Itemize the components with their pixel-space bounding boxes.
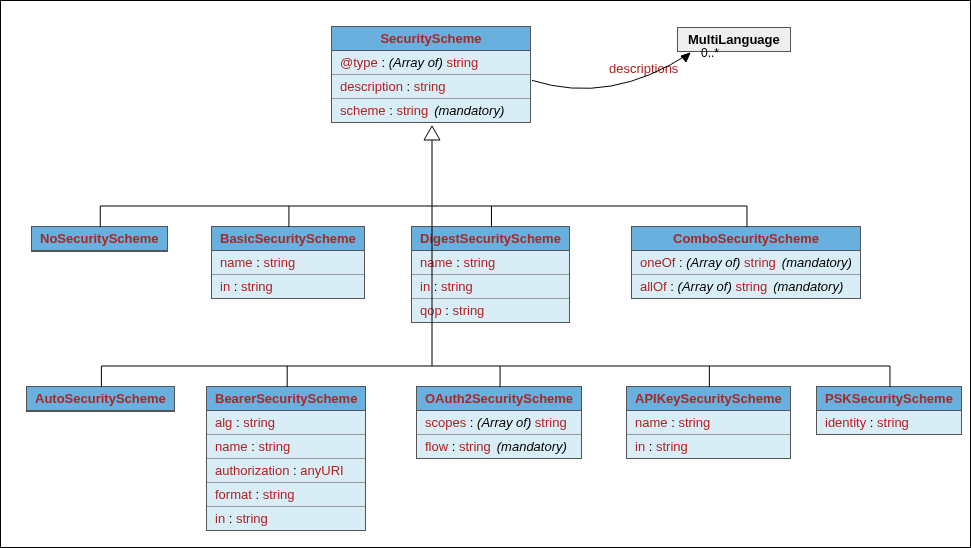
class-combo-security-scheme: ComboSecuritySchemeoneOf : (Array of) st…	[631, 226, 861, 299]
class-title: DigestSecurityScheme	[412, 227, 569, 251]
attr-type: anyURI	[300, 463, 343, 478]
diagram-canvas: SecurityScheme @type : (Array of) string…	[0, 0, 971, 548]
attr-type: string	[446, 55, 478, 70]
class-apikey-security-scheme: APIKeySecuritySchemename : stringin : st…	[626, 386, 791, 459]
class-title: ComboSecurityScheme	[632, 227, 860, 251]
attr-type: string	[744, 255, 776, 270]
attr-type: string	[236, 511, 268, 526]
attr-name: name	[215, 439, 248, 454]
attr-name: name	[420, 255, 453, 270]
attr-type: string	[263, 255, 295, 270]
attr-name: scopes	[425, 415, 466, 430]
attr-name: description	[340, 79, 403, 94]
class-psk-security-scheme: PSKSecuritySchemeidentity : string	[816, 386, 962, 435]
attr-name: allOf	[640, 279, 667, 294]
attribute-row: identity : string	[817, 411, 961, 434]
attribute-row: name : string	[212, 251, 364, 275]
attr-name: format	[215, 487, 252, 502]
attribute-row: in : string	[412, 275, 569, 299]
attribute-row: description : string	[332, 75, 530, 99]
attribute-row: format : string	[207, 483, 365, 507]
class-title: BasicSecurityScheme	[212, 227, 364, 251]
class-title: MultiLanguage	[688, 32, 780, 47]
attribute-row: name : string	[412, 251, 569, 275]
class-title: APIKeySecurityScheme	[627, 387, 790, 411]
attr-type: string	[735, 279, 767, 294]
attr-type: string	[678, 415, 710, 430]
attr-name: name	[635, 415, 668, 430]
attr-name: @type	[340, 55, 378, 70]
attr-type: string	[441, 279, 473, 294]
attribute-row: flow : string(mandatory)	[417, 435, 581, 458]
attr-name: in	[220, 279, 230, 294]
class-title: PSKSecurityScheme	[817, 387, 961, 411]
attr-type: string	[263, 487, 295, 502]
class-title: NoSecurityScheme	[32, 227, 167, 251]
type-modifier: (Array of)	[477, 415, 535, 430]
assoc-label-descriptions: descriptions	[609, 61, 678, 76]
attr-name: in	[420, 279, 430, 294]
attr-name: flow	[425, 439, 448, 454]
attr-type: string	[241, 279, 273, 294]
attr-type: string	[656, 439, 688, 454]
class-title: OAuth2SecurityScheme	[417, 387, 581, 411]
attribute-row: @type : (Array of) string	[332, 51, 530, 75]
class-title: SecurityScheme	[332, 27, 530, 51]
class-digest-security-scheme: DigestSecuritySchemename : stringin : st…	[411, 226, 570, 323]
class-oauth2-security-scheme: OAuth2SecuritySchemescopes : (Array of) …	[416, 386, 582, 459]
class-auto-security-scheme: AutoSecurityScheme	[26, 386, 175, 412]
assoc-mult: 0..*	[701, 46, 719, 60]
attribute-row: allOf : (Array of) string(mandatory)	[632, 275, 860, 298]
class-multilanguage: MultiLanguage	[677, 27, 791, 52]
mandatory-label: (mandatory)	[434, 103, 504, 118]
attr-name: qop	[420, 303, 442, 318]
attribute-row: qop : string	[412, 299, 569, 322]
attribute-row: scheme : string(mandatory)	[332, 99, 530, 122]
attr-name: oneOf	[640, 255, 675, 270]
attr-type: string	[396, 103, 428, 118]
type-modifier: (Array of)	[678, 279, 736, 294]
class-bearer-security-scheme: BearerSecuritySchemealg : stringname : s…	[206, 386, 366, 531]
class-title: BearerSecurityScheme	[207, 387, 365, 411]
attr-name: scheme	[340, 103, 386, 118]
attribute-row: authorization : anyURI	[207, 459, 365, 483]
attribute-row: scopes : (Array of) string	[417, 411, 581, 435]
attribute-row: name : string	[627, 411, 790, 435]
attr-type: string	[535, 415, 567, 430]
attribute-row: in : string	[212, 275, 364, 298]
attr-type: string	[243, 415, 275, 430]
mandatory-label: (mandatory)	[497, 439, 567, 454]
attribute-row: oneOf : (Array of) string(mandatory)	[632, 251, 860, 275]
attribute-row: in : string	[207, 507, 365, 530]
attr-name: identity	[825, 415, 866, 430]
class-no-security-scheme: NoSecurityScheme	[31, 226, 168, 252]
type-modifier: (Array of)	[686, 255, 744, 270]
attr-type: string	[463, 255, 495, 270]
class-security-scheme: SecurityScheme @type : (Array of) string…	[331, 26, 531, 123]
attribute-row: alg : string	[207, 411, 365, 435]
attr-type: string	[258, 439, 290, 454]
attr-name: in	[215, 511, 225, 526]
attribute-row: in : string	[627, 435, 790, 458]
mandatory-label: (mandatory)	[782, 255, 852, 270]
attr-type: string	[459, 439, 491, 454]
attr-type: string	[453, 303, 485, 318]
mandatory-label: (mandatory)	[773, 279, 843, 294]
class-basic-security-scheme: BasicSecuritySchemename : stringin : str…	[211, 226, 365, 299]
class-title: AutoSecurityScheme	[27, 387, 174, 411]
type-modifier: (Array of)	[389, 55, 447, 70]
attr-name: authorization	[215, 463, 289, 478]
attribute-row: name : string	[207, 435, 365, 459]
attr-type: string	[414, 79, 446, 94]
attr-name: name	[220, 255, 253, 270]
attr-name: alg	[215, 415, 232, 430]
attr-name: in	[635, 439, 645, 454]
attr-type: string	[877, 415, 909, 430]
